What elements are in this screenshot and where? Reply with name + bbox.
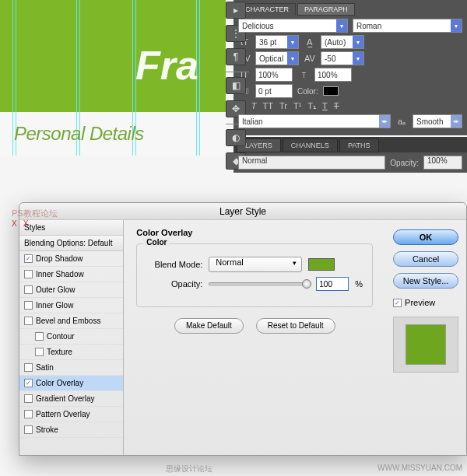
faux-italic-button[interactable]: T bbox=[251, 101, 257, 111]
footer-right: WWW.MISSYUAN.COM bbox=[377, 464, 462, 472]
antialias-dropdown[interactable]: Smooth◂▸ bbox=[413, 114, 462, 128]
color-group: Color Blend Mode: Normal Opacity: % bbox=[136, 243, 373, 307]
overlay-color-swatch[interactable] bbox=[308, 258, 335, 271]
preview-checkbox[interactable]: ✓ bbox=[393, 299, 402, 307]
canvas-green-area: Fra bbox=[0, 0, 226, 112]
style-checkbox[interactable] bbox=[35, 348, 44, 356]
page-footer: 思缘设计论坛 WWW.MISSYUAN.COM bbox=[0, 464, 467, 474]
slider-thumb[interactable] bbox=[302, 279, 311, 289]
style-item-gradient-overlay[interactable]: Gradient Overlay bbox=[19, 391, 123, 407]
language-dropdown[interactable]: Italian◂▸ bbox=[238, 114, 391, 128]
underline-button[interactable]: T bbox=[322, 101, 328, 111]
preview-box bbox=[393, 317, 458, 373]
style-checkbox[interactable] bbox=[24, 285, 33, 294]
style-checkbox[interactable] bbox=[24, 410, 33, 418]
blend-mode-label: Blend Mode: bbox=[146, 260, 202, 269]
smallcaps-button[interactable]: Tr bbox=[279, 101, 287, 111]
dialog-title: Layer Style bbox=[219, 206, 266, 217]
style-checkbox[interactable]: ✓ bbox=[24, 379, 33, 387]
style-item-texture[interactable]: Texture bbox=[19, 345, 123, 360]
style-item-pattern-overlay[interactable]: Pattern Overlay bbox=[19, 407, 123, 422]
superscript-button[interactable]: T¹ bbox=[293, 101, 301, 111]
style-checkbox[interactable] bbox=[24, 317, 33, 325]
style-checkbox[interactable] bbox=[35, 332, 44, 341]
opacity-label: Opacity: bbox=[146, 279, 202, 289]
make-default-button[interactable]: Make Default bbox=[174, 318, 244, 334]
style-checkbox[interactable] bbox=[24, 394, 33, 403]
vertical-scale-field[interactable] bbox=[255, 68, 293, 82]
tab-channels[interactable]: CHANNELS bbox=[283, 138, 338, 152]
style-label: Satin bbox=[36, 363, 54, 372]
group-legend: Color bbox=[143, 238, 170, 247]
style-label: Bevel and Emboss bbox=[36, 317, 100, 325]
dialog-titlebar[interactable]: Layer Style PS教程论坛 XX bbox=[19, 203, 466, 220]
layer-opacity-label: Opacity: bbox=[390, 159, 419, 167]
style-label: Inner Shadow bbox=[36, 270, 84, 278]
allcaps-button[interactable]: TT bbox=[262, 101, 272, 111]
section-title-text: Personal Details bbox=[14, 123, 144, 145]
tracking-field[interactable]: -50▼ bbox=[321, 51, 364, 65]
dialog-actions: OK Cancel New Style... ✓ Preview bbox=[385, 220, 466, 455]
style-label: Drop Shadow bbox=[36, 254, 83, 263]
subscript-button[interactable]: T₁ bbox=[307, 101, 316, 111]
cancel-button[interactable]: Cancel bbox=[393, 251, 458, 267]
text-color-swatch[interactable] bbox=[323, 86, 339, 96]
character-panel: CHARACTER PARAGRAPH Delicious▼ Roman▼ tT… bbox=[234, 0, 467, 135]
tool-icon[interactable]: ◐ bbox=[226, 129, 246, 146]
document-canvas: Fra Personal Details bbox=[0, 0, 226, 156]
style-label: Outer Glow bbox=[36, 285, 75, 294]
leading-field[interactable]: (Auto)▼ bbox=[321, 35, 364, 49]
leading-icon: A̲ bbox=[304, 37, 316, 47]
section-title: Color Overlay bbox=[136, 228, 373, 237]
blend-mode-dropdown[interactable]: Normal bbox=[209, 257, 302, 272]
panel-dock: ▸ ⋮ ¶ ◧ ✥ ◐ ◆ CHARACTER PARAGRAPH Delici… bbox=[234, 0, 467, 173]
style-item-color-overlay[interactable]: ✓Color Overlay bbox=[19, 376, 123, 391]
style-label: Stroke bbox=[36, 425, 58, 434]
style-item-stroke[interactable]: Stroke bbox=[19, 422, 123, 438]
style-item-contour[interactable]: Contour bbox=[19, 329, 123, 345]
tool-icon[interactable]: ◧ bbox=[226, 77, 246, 94]
style-label: Inner Glow bbox=[36, 301, 73, 310]
style-item-outer-glow[interactable]: Outer Glow bbox=[19, 282, 123, 298]
effect-settings: Color Overlay Color Blend Mode: Normal O… bbox=[124, 220, 385, 455]
style-checkbox[interactable] bbox=[24, 425, 33, 434]
style-label: Texture bbox=[47, 348, 72, 356]
tool-icon[interactable]: ¶ bbox=[226, 48, 246, 65]
strikethrough-button[interactable]: Ŧ bbox=[334, 101, 339, 111]
layers-panel: LAYERS CHANNELS PATHS Normal Opacity: 10… bbox=[234, 137, 467, 173]
style-checkbox[interactable] bbox=[24, 363, 33, 372]
style-item-inner-glow[interactable]: Inner Glow bbox=[19, 298, 123, 313]
styles-header[interactable]: Styles bbox=[19, 220, 123, 236]
tracking-icon: AV bbox=[304, 54, 316, 63]
layer-opacity-field[interactable]: 100% bbox=[423, 156, 462, 170]
style-item-drop-shadow[interactable]: ✓Drop Shadow bbox=[19, 251, 123, 267]
tab-paths[interactable]: PATHS bbox=[339, 138, 379, 152]
font-size-field[interactable]: 36 pt▼ bbox=[255, 35, 299, 49]
style-item-inner-shadow[interactable]: Inner Shadow bbox=[19, 267, 123, 282]
opacity-slider[interactable] bbox=[209, 282, 310, 285]
font-style-dropdown[interactable]: Roman▼ bbox=[353, 19, 462, 33]
styles-list: Styles Blending Options: Default ✓Drop S… bbox=[19, 220, 124, 455]
style-checkbox[interactable] bbox=[24, 301, 33, 310]
blending-options-header[interactable]: Blending Options: Default bbox=[19, 236, 123, 251]
style-item-satin[interactable]: Satin bbox=[19, 360, 123, 376]
tab-paragraph[interactable]: PARAGRAPH bbox=[297, 3, 355, 16]
horizontal-scale-field[interactable] bbox=[314, 68, 352, 82]
canvas-white-area: Personal Details bbox=[0, 112, 226, 156]
style-checkbox[interactable] bbox=[24, 270, 33, 278]
style-label: Contour bbox=[47, 332, 75, 341]
canvas-headline-text: Fra bbox=[135, 42, 198, 89]
style-checkbox[interactable]: ✓ bbox=[24, 254, 33, 263]
font-family-dropdown[interactable]: Delicious▼ bbox=[238, 19, 348, 33]
tool-icon[interactable]: ▸ bbox=[226, 2, 246, 19]
reset-default-button[interactable]: Reset to Default bbox=[256, 318, 335, 334]
preview-label: Preview bbox=[405, 298, 435, 307]
preview-swatch bbox=[406, 324, 446, 365]
new-style-button[interactable]: New Style... bbox=[393, 273, 458, 289]
baseline-shift-field[interactable] bbox=[255, 84, 293, 98]
layer-blend-mode-dropdown[interactable]: Normal bbox=[238, 156, 385, 170]
style-item-bevel-and-emboss[interactable]: Bevel and Emboss bbox=[19, 313, 123, 329]
ok-button[interactable]: OK bbox=[393, 229, 458, 245]
opacity-input[interactable] bbox=[316, 277, 349, 291]
kerning-field[interactable]: Optical▼ bbox=[255, 51, 299, 65]
